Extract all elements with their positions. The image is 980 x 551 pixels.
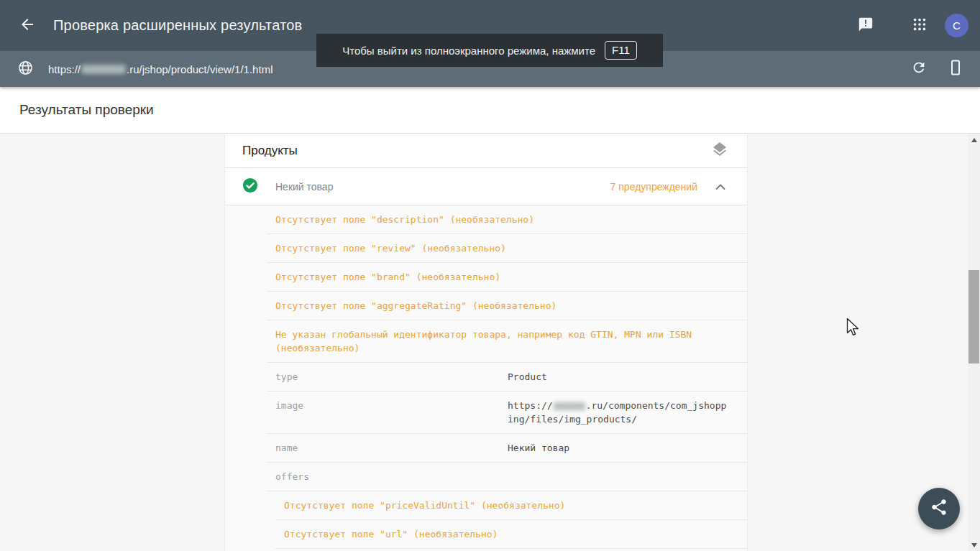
product-item-row[interactable]: Некий товар 7 предупреждений bbox=[225, 168, 747, 205]
property-value bbox=[508, 470, 730, 483]
property-value: Product bbox=[508, 370, 730, 384]
property-label: name bbox=[275, 441, 508, 455]
property-label: image bbox=[275, 399, 508, 426]
warning-row: Отсутствует поле "aggregateRating" (необ… bbox=[267, 292, 747, 320]
scrollbar-down-arrow[interactable] bbox=[968, 539, 980, 551]
f11-key: F11 bbox=[605, 41, 637, 60]
warning-row: Не указан глобальный идентификатор товар… bbox=[267, 320, 747, 363]
share-icon bbox=[930, 498, 948, 519]
products-card-header: Продукты bbox=[225, 134, 747, 168]
results-heading: Результаты проверки bbox=[19, 102, 154, 118]
back-button[interactable] bbox=[17, 16, 37, 36]
smartphone-icon bbox=[947, 59, 964, 79]
fullscreen-exit-toast: Чтобы выйти из полноэкранного режима, на… bbox=[316, 34, 663, 67]
product-item-name: Некий товар bbox=[275, 181, 610, 193]
warnings-count-badge: 7 предупреждений bbox=[610, 181, 697, 193]
apps-grid-button[interactable] bbox=[910, 17, 929, 35]
warning-row: Отсутствует поле "description" (необязат… bbox=[267, 205, 747, 234]
property-row-image: image https://.ru/components/com_jshoppi… bbox=[267, 392, 747, 434]
mouse-cursor-icon bbox=[846, 318, 861, 341]
refresh-button[interactable] bbox=[910, 60, 928, 78]
triangle-down-icon bbox=[971, 543, 977, 547]
feedback-button[interactable] bbox=[856, 17, 875, 35]
feedback-icon bbox=[858, 17, 874, 35]
product-detail-panel: Отсутствует поле "description" (необязат… bbox=[225, 205, 747, 551]
property-value: https://.ru/components/com_jshopping/fil… bbox=[508, 399, 730, 426]
scrollbar-up-arrow[interactable] bbox=[968, 134, 980, 146]
check-circle-icon bbox=[242, 177, 258, 196]
property-row-name: name Некий товар bbox=[267, 434, 747, 463]
property-label: type bbox=[275, 370, 508, 384]
globe-icon bbox=[17, 60, 34, 79]
property-row-offers: offers bbox=[267, 463, 747, 491]
vertical-scrollbar[interactable] bbox=[968, 134, 980, 551]
triangle-up-icon bbox=[971, 138, 977, 142]
image-url-prefix: https:// bbox=[508, 400, 553, 411]
masked-domain bbox=[554, 402, 585, 410]
back-arrow-icon bbox=[19, 16, 36, 36]
nested-warning-row: Отсутствует поле "url" (необязательно) bbox=[275, 520, 747, 549]
property-value: Некий товар bbox=[508, 441, 730, 455]
url-prefix: https:// bbox=[48, 63, 81, 75]
mobile-view-button[interactable] bbox=[946, 60, 965, 78]
products-card: Продукты Некий товар 7 предупреждений От… bbox=[224, 134, 748, 551]
account-avatar[interactable]: C bbox=[945, 14, 968, 37]
refresh-icon bbox=[911, 60, 927, 78]
share-fab-button[interactable] bbox=[918, 488, 960, 529]
products-card-title: Продукты bbox=[242, 144, 711, 158]
nested-warning-row: Отсутствует поле "priceValidUntil" (необ… bbox=[275, 491, 747, 520]
scrollbar-thumb[interactable] bbox=[968, 270, 979, 364]
results-heading-band: Результаты проверки bbox=[0, 87, 980, 134]
chevron-up-icon[interactable] bbox=[715, 180, 725, 193]
property-row-type: type Product bbox=[267, 363, 747, 392]
masked-domain bbox=[81, 65, 126, 74]
warning-row: Отсутствует поле "brand" (необязательно) bbox=[267, 263, 747, 292]
warning-row: Отсутствует поле "review" (необязательно… bbox=[267, 234, 747, 263]
toast-message: Чтобы выйти из полноэкранного режима, на… bbox=[342, 45, 595, 57]
url-suffix: .ru/jshop/product/view/1/1.html bbox=[127, 63, 273, 75]
page-title: Проверка расширенных результатов bbox=[53, 17, 302, 34]
property-label: offers bbox=[275, 470, 508, 483]
apps-grid-icon bbox=[912, 17, 928, 35]
layers-icon bbox=[711, 141, 728, 161]
